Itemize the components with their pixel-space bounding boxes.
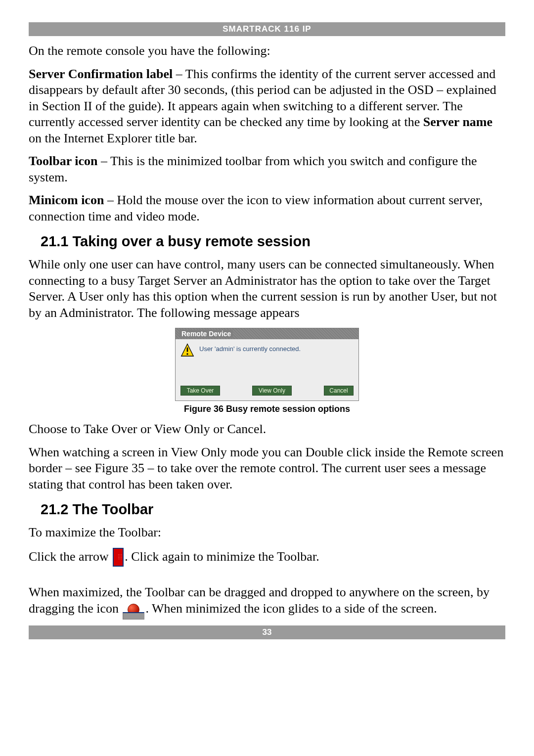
section-21-1-p2: Choose to Take Over or View Only or Canc… <box>29 421 505 438</box>
dialog-body: User 'admin' is currently connected. <box>176 339 358 383</box>
dialog-message: User 'admin' is currently connected. <box>199 345 301 353</box>
dialog-button-row: Take Over View Only Cancel <box>176 383 358 400</box>
intro-line: On the remote console you have the follo… <box>29 43 505 59</box>
document-page: SMARTRACK 116 IP On the remote console y… <box>0 0 534 756</box>
minicom-icon-paragraph: Minicom icon – Hold the mouse over the i… <box>29 192 505 224</box>
server-confirmation-paragraph: Server Confirmation label – This confirm… <box>29 66 505 147</box>
dialog-titlebar: Remote Device <box>176 328 358 339</box>
minicom-icon-label: Minicom icon <box>29 193 104 207</box>
server-name-bold: Server name <box>423 115 492 129</box>
section-21-2-p2: Click the arrow . Click again to minimiz… <box>29 548 505 565</box>
toolbar-icon-paragraph: Toolbar icon – This is the minimized too… <box>29 153 505 185</box>
click-arrow-text-b: . Click again to minimize the Toolbar. <box>125 549 319 564</box>
page-number: 33 <box>263 627 272 637</box>
view-only-button[interactable]: View Only <box>252 386 292 396</box>
take-over-button[interactable]: Take Over <box>180 386 220 396</box>
section-21-1-heading: 21.1 Taking over a busy remote session <box>41 233 505 250</box>
figure-36-caption: Figure 36 Busy remote session options <box>29 404 505 414</box>
remote-device-dialog: Remote Device User 'admin' is currently … <box>175 328 359 401</box>
server-confirmation-text-b: on the Internet Explorer title bar. <box>29 131 197 145</box>
header-title: SMARTRACK 116 IP <box>222 24 311 34</box>
section-21-2-heading: 21.2 The Toolbar <box>41 501 505 518</box>
toolbar-arrow-icon <box>113 548 124 567</box>
svg-rect-1 <box>187 348 188 352</box>
toolbar-icon-label: Toolbar icon <box>29 154 97 168</box>
section-21-2-p1: To maximize the Toolbar: <box>29 525 505 541</box>
section-21-1-p3: When watching a screen in View Only mode… <box>29 445 505 493</box>
page-footer: 33 <box>29 625 505 639</box>
warning-icon <box>180 343 194 357</box>
drag-text-b: . When minimized the icon glides to a si… <box>145 601 437 616</box>
page-header: SMARTRACK 116 IP <box>29 22 505 36</box>
figure-36-container: Remote Device User 'admin' is currently … <box>29 328 505 401</box>
svg-point-2 <box>186 353 188 355</box>
toolbar-drag-icon <box>123 604 144 620</box>
section-21-2-p3: When maximized, the Toolbar can be dragg… <box>29 584 505 617</box>
click-arrow-text-a: Click the arrow <box>29 549 112 564</box>
section-21-1-p1: While only one user can have control, ma… <box>29 257 505 321</box>
server-confirmation-label: Server Confirmation label <box>29 67 173 81</box>
dialog-title-text: Remote Device <box>179 330 233 338</box>
cancel-button[interactable]: Cancel <box>324 386 354 396</box>
